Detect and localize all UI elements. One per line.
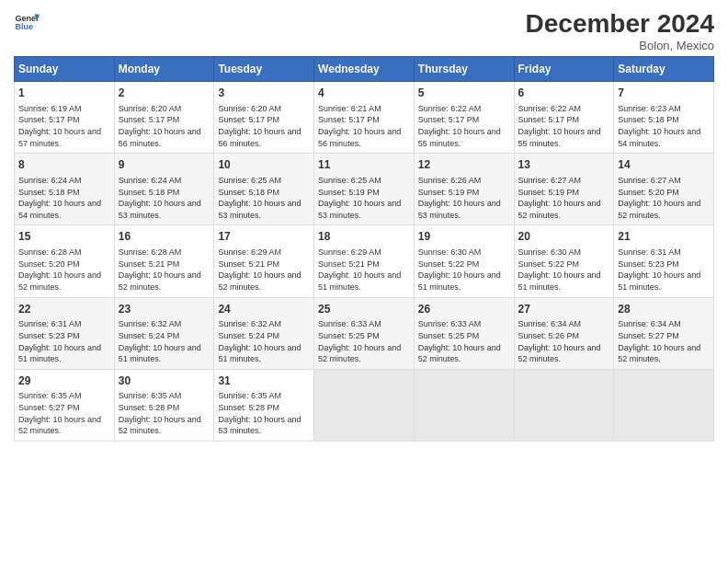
sunrise-text: Sunrise: 6:29 AM bbox=[218, 247, 281, 257]
calendar-week-row: 1Sunrise: 6:19 AMSunset: 5:17 PMDaylight… bbox=[15, 82, 714, 154]
day-number: 12 bbox=[418, 157, 510, 173]
table-row: 8Sunrise: 6:24 AMSunset: 5:18 PMDaylight… bbox=[15, 154, 115, 225]
sunrise-text: Sunrise: 6:20 AM bbox=[119, 104, 182, 113]
daylight-text: Daylight: 10 hours and 52 minutes. bbox=[618, 343, 700, 364]
daylight-text: Daylight: 10 hours and 51 minutes. bbox=[119, 343, 201, 364]
table-row: 24Sunrise: 6:32 AMSunset: 5:24 PMDayligh… bbox=[214, 297, 314, 369]
sunrise-text: Sunrise: 6:24 AM bbox=[119, 176, 182, 185]
sunset-text: Sunset: 5:23 PM bbox=[18, 331, 80, 340]
sunrise-text: Sunrise: 6:31 AM bbox=[18, 319, 82, 328]
daylight-text: Daylight: 10 hours and 56 minutes. bbox=[119, 127, 201, 148]
daylight-text: Daylight: 10 hours and 53 minutes. bbox=[218, 199, 301, 220]
table-row: 21Sunrise: 6:31 AMSunset: 5:23 PMDayligh… bbox=[614, 225, 714, 297]
daylight-text: Daylight: 10 hours and 57 minutes. bbox=[18, 127, 101, 148]
sunset-text: Sunset: 5:27 PM bbox=[618, 331, 679, 340]
logo-icon: General Blue bbox=[14, 9, 40, 35]
daylight-text: Daylight: 10 hours and 54 minutes. bbox=[18, 199, 101, 220]
calendar-table: Sunday Monday Tuesday Wednesday Thursday… bbox=[14, 56, 714, 442]
daylight-text: Daylight: 10 hours and 53 minutes. bbox=[318, 199, 401, 220]
day-number: 15 bbox=[18, 229, 110, 245]
table-row: 16Sunrise: 6:28 AMSunset: 5:21 PMDayligh… bbox=[114, 225, 214, 297]
sunrise-text: Sunrise: 6:25 AM bbox=[218, 176, 281, 185]
table-row: 20Sunrise: 6:30 AMSunset: 5:22 PMDayligh… bbox=[514, 225, 614, 297]
sunrise-text: Sunrise: 6:35 AM bbox=[18, 391, 82, 400]
sunrise-text: Sunrise: 6:34 AM bbox=[618, 319, 681, 328]
daylight-text: Daylight: 10 hours and 52 minutes. bbox=[518, 343, 601, 364]
table-row: 15Sunrise: 6:28 AMSunset: 5:20 PMDayligh… bbox=[15, 225, 115, 297]
sunrise-text: Sunrise: 6:30 AM bbox=[418, 247, 482, 257]
sunset-text: Sunset: 5:21 PM bbox=[218, 259, 279, 269]
table-row: 1Sunrise: 6:19 AMSunset: 5:17 PMDaylight… bbox=[15, 82, 115, 154]
sunrise-text: Sunrise: 6:28 AM bbox=[119, 247, 182, 257]
day-number: 10 bbox=[218, 157, 310, 173]
table-row: 11Sunrise: 6:25 AMSunset: 5:19 PMDayligh… bbox=[314, 154, 415, 225]
sunset-text: Sunset: 5:19 PM bbox=[318, 188, 380, 197]
sunrise-text: Sunrise: 6:31 AM bbox=[618, 247, 681, 257]
day-number: 11 bbox=[318, 157, 410, 173]
day-number: 27 bbox=[518, 302, 610, 317]
table-row: 26Sunrise: 6:33 AMSunset: 5:25 PMDayligh… bbox=[414, 297, 514, 369]
day-number: 17 bbox=[218, 229, 310, 245]
day-number: 26 bbox=[418, 302, 510, 317]
header-sunday: Sunday bbox=[15, 57, 115, 82]
table-row: 4Sunrise: 6:21 AMSunset: 5:17 PMDaylight… bbox=[314, 82, 415, 154]
title-block: December 2024 Bolon, Mexico bbox=[526, 9, 714, 52]
sunset-text: Sunset: 5:18 PM bbox=[218, 188, 279, 197]
header-wednesday: Wednesday bbox=[314, 57, 415, 82]
sunset-text: Sunset: 5:19 PM bbox=[418, 188, 480, 197]
sunrise-text: Sunrise: 6:30 AM bbox=[518, 247, 582, 257]
table-row: 18Sunrise: 6:29 AMSunset: 5:21 PMDayligh… bbox=[314, 225, 415, 297]
day-number: 19 bbox=[418, 229, 510, 245]
daylight-text: Daylight: 10 hours and 54 minutes. bbox=[618, 127, 700, 148]
day-number: 31 bbox=[218, 373, 310, 389]
sunset-text: Sunset: 5:23 PM bbox=[618, 259, 679, 269]
sunset-text: Sunset: 5:19 PM bbox=[518, 188, 580, 197]
sunset-text: Sunset: 5:25 PM bbox=[418, 331, 480, 340]
day-number: 3 bbox=[218, 86, 310, 101]
table-row: 14Sunrise: 6:27 AMSunset: 5:20 PMDayligh… bbox=[614, 154, 714, 225]
sunrise-text: Sunrise: 6:34 AM bbox=[518, 319, 582, 328]
daylight-text: Daylight: 10 hours and 52 minutes. bbox=[218, 270, 301, 292]
day-number: 2 bbox=[119, 86, 210, 101]
table-row: 23Sunrise: 6:32 AMSunset: 5:24 PMDayligh… bbox=[114, 297, 214, 369]
sunrise-text: Sunrise: 6:23 AM bbox=[618, 104, 681, 113]
day-number: 16 bbox=[119, 229, 210, 245]
daylight-text: Daylight: 10 hours and 56 minutes. bbox=[318, 127, 401, 148]
sunrise-text: Sunrise: 6:35 AM bbox=[119, 391, 182, 400]
sunrise-text: Sunrise: 6:33 AM bbox=[318, 319, 381, 328]
day-number: 24 bbox=[218, 302, 310, 317]
table-row: 12Sunrise: 6:26 AMSunset: 5:19 PMDayligh… bbox=[414, 154, 514, 225]
daylight-text: Daylight: 10 hours and 55 minutes. bbox=[418, 127, 501, 148]
daylight-text: Daylight: 10 hours and 51 minutes. bbox=[418, 270, 501, 292]
sunset-text: Sunset: 5:24 PM bbox=[119, 331, 180, 340]
table-row: 29Sunrise: 6:35 AMSunset: 5:27 PMDayligh… bbox=[15, 369, 115, 441]
sunrise-text: Sunrise: 6:33 AM bbox=[418, 319, 482, 328]
table-row bbox=[314, 369, 415, 441]
sunrise-text: Sunrise: 6:22 AM bbox=[418, 104, 482, 113]
sunset-text: Sunset: 5:17 PM bbox=[218, 115, 279, 124]
table-row: 2Sunrise: 6:20 AMSunset: 5:17 PMDaylight… bbox=[114, 82, 214, 154]
day-number: 14 bbox=[618, 157, 710, 173]
header-friday: Friday bbox=[514, 57, 614, 82]
table-row: 25Sunrise: 6:33 AMSunset: 5:25 PMDayligh… bbox=[314, 297, 415, 369]
header-tuesday: Tuesday bbox=[214, 57, 314, 82]
daylight-text: Daylight: 10 hours and 53 minutes. bbox=[418, 199, 501, 220]
table-row bbox=[514, 369, 614, 441]
table-row: 22Sunrise: 6:31 AMSunset: 5:23 PMDayligh… bbox=[15, 297, 115, 369]
sunset-text: Sunset: 5:17 PM bbox=[318, 115, 380, 124]
header-monday: Monday bbox=[114, 57, 214, 82]
daylight-text: Daylight: 10 hours and 53 minutes. bbox=[218, 415, 301, 436]
sunrise-text: Sunrise: 6:25 AM bbox=[318, 176, 381, 185]
sunset-text: Sunset: 5:17 PM bbox=[518, 115, 580, 124]
day-number: 21 bbox=[618, 229, 710, 245]
sunrise-text: Sunrise: 6:27 AM bbox=[618, 176, 681, 185]
day-number: 28 bbox=[618, 302, 710, 317]
sunrise-text: Sunrise: 6:21 AM bbox=[318, 104, 381, 113]
sunset-text: Sunset: 5:18 PM bbox=[119, 188, 180, 197]
day-number: 23 bbox=[119, 302, 210, 317]
table-row: 6Sunrise: 6:22 AMSunset: 5:17 PMDaylight… bbox=[514, 82, 614, 154]
sunset-text: Sunset: 5:27 PM bbox=[18, 403, 80, 412]
logo: General Blue bbox=[14, 9, 40, 35]
sunset-text: Sunset: 5:21 PM bbox=[119, 259, 180, 269]
location: Bolon, Mexico bbox=[526, 39, 714, 52]
